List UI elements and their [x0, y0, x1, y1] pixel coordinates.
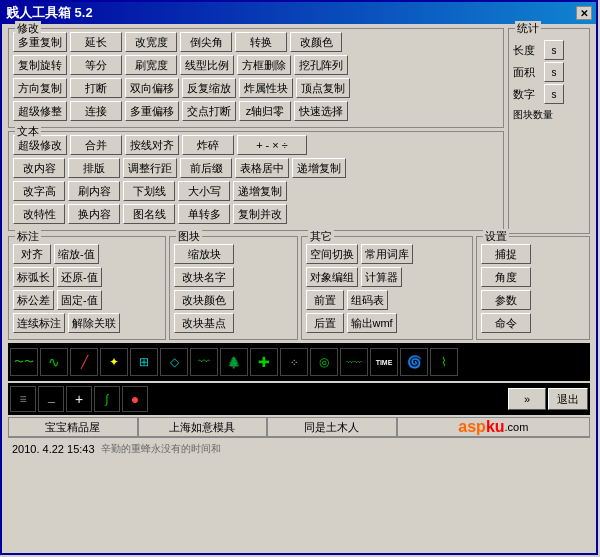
- btn-change-prop[interactable]: 改特性: [13, 204, 65, 224]
- btn-vertex-copy[interactable]: 顶点复制: [296, 78, 350, 98]
- btn-change-height[interactable]: 改字高: [13, 181, 65, 201]
- btn-front[interactable]: 前置: [306, 290, 344, 310]
- btn-copy-rotate[interactable]: 复制旋转: [13, 55, 67, 75]
- btn-continuous-mark[interactable]: 连续标注: [13, 313, 65, 333]
- btn-linetype-scale[interactable]: 线型比例: [180, 55, 234, 75]
- icon-circle[interactable]: ◎: [310, 348, 338, 376]
- btn-brush-width[interactable]: 刷宽度: [125, 55, 177, 75]
- btn-title-line[interactable]: 图名线: [123, 204, 175, 224]
- main-window: 贱人工具箱 5.2 ✕ 修改 多重复制 延长 改宽度 倒尖角 转换 改颜色: [0, 0, 598, 555]
- icon-star-yellow[interactable]: ✦: [100, 348, 128, 376]
- icon-dot-red[interactable]: ●: [122, 386, 148, 412]
- btn-scale-block[interactable]: 缩放块: [174, 244, 234, 264]
- btn-bidir-offset[interactable]: 双向偏移: [125, 78, 179, 98]
- btn-restore-val[interactable]: 还原-值: [57, 267, 102, 287]
- btn-brush-content[interactable]: 刷内容: [68, 181, 120, 201]
- btn-typeset[interactable]: 排版: [68, 158, 120, 178]
- btn-tolerance[interactable]: 标公差: [13, 290, 54, 310]
- icon-grid-cyan[interactable]: ⊞: [130, 348, 158, 376]
- btn-angle[interactable]: 角度: [481, 267, 531, 287]
- btn-arithmetic[interactable]: + - × ÷: [237, 135, 307, 155]
- btn-join[interactable]: 连接: [70, 101, 122, 121]
- btn-stats-length[interactable]: s: [544, 40, 564, 60]
- btn-z-zero[interactable]: z轴归零: [239, 101, 291, 121]
- btn-box-delete[interactable]: 方框删除: [237, 55, 291, 75]
- icon-spiral[interactable]: 🌀: [400, 348, 428, 376]
- btn-exit[interactable]: 退出: [548, 388, 588, 410]
- btn-calculator[interactable]: 计算器: [361, 267, 402, 287]
- footer-link-2[interactable]: 上海如意模具: [138, 417, 268, 437]
- icon-lines[interactable]: ≡: [10, 386, 36, 412]
- icon-time[interactable]: TIME: [370, 348, 398, 376]
- icon-dots[interactable]: ⁘: [280, 348, 308, 376]
- btn-command[interactable]: 命令: [481, 313, 531, 333]
- btn-swap-content[interactable]: 换内容: [68, 204, 120, 224]
- btn-repeat-scale[interactable]: 反复缩放: [182, 78, 236, 98]
- btn-copy-edit[interactable]: 复制并改: [233, 204, 287, 224]
- window-title: 贱人工具箱 5.2: [6, 4, 93, 22]
- btn-incr-copy[interactable]: 递增复制: [292, 158, 346, 178]
- btn-change-content[interactable]: 改内容: [13, 158, 65, 178]
- icon-lines2[interactable]: ⚊: [38, 386, 64, 412]
- btn-rename-block[interactable]: 改块名字: [174, 267, 234, 287]
- btn-back[interactable]: 后置: [306, 313, 344, 333]
- footer-link-3[interactable]: 同是土木人: [267, 417, 397, 437]
- btn-space-switch[interactable]: 空间切换: [306, 244, 358, 264]
- icon-zigzag[interactable]: ∿: [40, 348, 68, 376]
- btn-extend[interactable]: 延长: [70, 32, 122, 52]
- btn-underline[interactable]: 下划线: [123, 181, 175, 201]
- btn-align[interactable]: 对齐: [13, 244, 51, 264]
- btn-prefix-suffix[interactable]: 前后缀: [180, 158, 232, 178]
- icon-diamond-cyan[interactable]: ◇: [160, 348, 188, 376]
- btn-array-hole[interactable]: 挖孔阵列: [294, 55, 348, 75]
- icon-slash[interactable]: ⌇: [430, 348, 458, 376]
- icon-plus[interactable]: +: [66, 386, 92, 412]
- btn-align-line[interactable]: 按线对齐: [125, 135, 179, 155]
- btn-export-wmf[interactable]: 输出wmf: [347, 313, 397, 333]
- btn-break[interactable]: 打断: [70, 78, 122, 98]
- btn-explode-attr[interactable]: 炸属性块: [239, 78, 293, 98]
- btn-change-width[interactable]: 改宽度: [125, 32, 177, 52]
- stats-section: 统计 长度 s 面积 s 数字 s: [508, 28, 590, 234]
- btn-explode-text[interactable]: 炸碎: [182, 135, 234, 155]
- btn-case[interactable]: 大小写: [178, 181, 230, 201]
- btn-multi-offset[interactable]: 多重偏移: [125, 101, 179, 121]
- btn-merge[interactable]: 合并: [70, 135, 122, 155]
- btn-chamfer[interactable]: 倒尖角: [180, 32, 232, 52]
- btn-incr-copy2[interactable]: 递增复制: [233, 181, 287, 201]
- icon-curve[interactable]: ∫: [94, 386, 120, 412]
- icon-cross[interactable]: ✚: [250, 348, 278, 376]
- btn-group-obj[interactable]: 对象编组: [306, 267, 358, 287]
- icon-line-red[interactable]: ╱: [70, 348, 98, 376]
- btn-arc-length[interactable]: 标弧长: [13, 267, 54, 287]
- btn-super-trim[interactable]: 超级修整: [13, 101, 67, 121]
- btn-intersect-break[interactable]: 交点打断: [182, 101, 236, 121]
- btn-params[interactable]: 参数: [481, 290, 531, 310]
- btn-arrow-more[interactable]: »: [508, 388, 546, 410]
- btn-stats-area[interactable]: s: [544, 62, 564, 82]
- btn-equal-divide[interactable]: 等分: [70, 55, 122, 75]
- footer-link-1[interactable]: 宝宝精品屋: [8, 417, 138, 437]
- btn-remove-assoc[interactable]: 解除关联: [68, 313, 120, 333]
- btn-snap[interactable]: 捕捉: [481, 244, 531, 264]
- btn-block-color[interactable]: 改块颜色: [174, 290, 234, 310]
- icon-wave-green[interactable]: 〜〜: [10, 348, 38, 376]
- btn-adjust-spacing[interactable]: 调整行距: [123, 158, 177, 178]
- btn-single-multi[interactable]: 单转多: [178, 204, 230, 224]
- btn-group-code[interactable]: 组码表: [347, 290, 388, 310]
- btn-change-color[interactable]: 改颜色: [290, 32, 342, 52]
- icon-wave2[interactable]: 〰: [190, 348, 218, 376]
- btn-block-base[interactable]: 改块基点: [174, 313, 234, 333]
- btn-fix-val[interactable]: 固定-值: [57, 290, 102, 310]
- btn-scale-val[interactable]: 缩放-值: [54, 244, 99, 264]
- btn-convert[interactable]: 转换: [235, 32, 287, 52]
- icon-tree[interactable]: 🌲: [220, 348, 248, 376]
- btn-common-words[interactable]: 常用词库: [361, 244, 413, 264]
- modify-title: 修改: [15, 21, 41, 36]
- btn-quick-select[interactable]: 快速选择: [294, 101, 348, 121]
- btn-stats-number[interactable]: s: [544, 84, 564, 104]
- icon-wave3[interactable]: 〰〰: [340, 348, 368, 376]
- btn-dir-copy[interactable]: 方向复制: [13, 78, 67, 98]
- btn-table-center[interactable]: 表格居中: [235, 158, 289, 178]
- close-button[interactable]: ✕: [576, 6, 592, 20]
